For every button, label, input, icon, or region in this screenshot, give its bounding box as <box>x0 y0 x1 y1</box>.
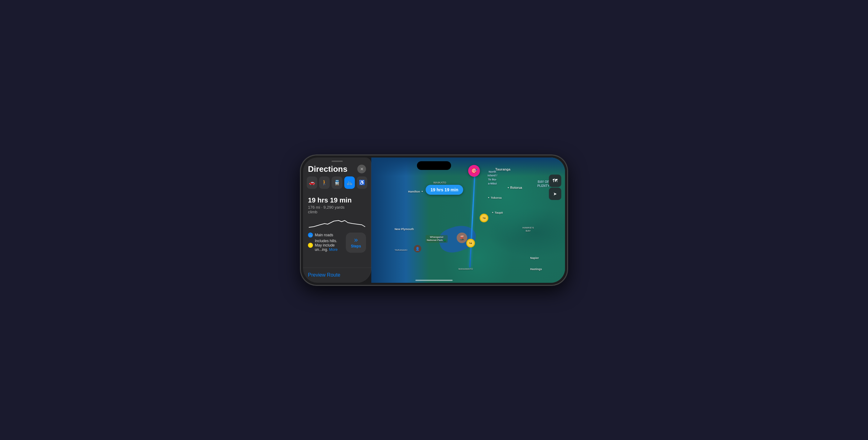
bay-of-plenty-label: BAY OFPLENTY <box>537 180 550 188</box>
map-area[interactable]: 19 hrs 19 min 🎯 ↪ ↪ 🌋 👤 Hamilton ⚬ Taura… <box>371 158 565 283</box>
preview-route-section: Preview Route <box>303 268 371 283</box>
taupo-label: ⚬ Taupō <box>491 211 503 214</box>
rotorua-label: ⚬ Rotorua <box>507 186 522 190</box>
elevation-svg <box>308 218 366 229</box>
close-button[interactable]: ✕ <box>357 165 366 173</box>
bike-icon: 🚲 <box>346 179 353 185</box>
waikato-label: WAIKATO <box>433 181 446 184</box>
elevation-graph <box>308 218 366 229</box>
info-left: 🚲 Main roads ! Includes hills. May inclu… <box>308 233 343 253</box>
destination-icon: 🎯 <box>471 168 477 174</box>
route-type-label: Main roads <box>315 233 333 237</box>
map-ocean-left <box>371 158 429 283</box>
map-ocean-top <box>371 158 565 176</box>
dynamic-island <box>417 161 451 170</box>
route-type-row: 🚲 Main roads <box>308 233 343 238</box>
hamilton-label: Hamilton ⚬ <box>408 190 424 193</box>
bike-route-icon: 🚲 <box>308 233 313 238</box>
map-controls: 🗺 ➤ <box>549 175 561 200</box>
panel-title: Directions <box>308 164 347 174</box>
location-button[interactable]: ➤ <box>549 188 561 200</box>
warning-text: Includes hills. May include un...ing. Mo… <box>315 239 343 252</box>
map-type-icon: 🗺 <box>553 178 558 183</box>
tauranga-label: Tauranga <box>495 167 510 171</box>
taranaki-label: TARANAKI <box>395 249 407 251</box>
hawkes-bay-label: HAWKE'SBAY <box>523 226 534 233</box>
transport-mode-tabs: 🚗 🚶 🚆 🚲 ♿ <box>303 176 371 193</box>
volcano-icon: 🌋 <box>459 235 464 240</box>
home-indicator <box>415 280 453 281</box>
hastings-label: Hastings <box>530 268 542 271</box>
walk-icon: 🚶 <box>321 179 328 185</box>
wheelchair-icon: ♿ <box>359 179 365 185</box>
waypoint-pin-2: ↪ <box>466 239 475 247</box>
location-icon: ➤ <box>553 191 557 196</box>
route-info: 19 hrs 19 min 176 mi · 9,290 yards climb… <box>303 193 371 257</box>
north-island-label: NorthIsland /Te Ika-a-Māui <box>487 170 497 185</box>
info-section: 🚲 Main roads ! Includes hills. May inclu… <box>308 233 366 253</box>
manawatu-label: MANAWATŪ <box>459 268 473 270</box>
tokoroa-label: ⚬ Tokoroa <box>487 196 501 199</box>
more-link[interactable]: More <box>329 247 337 252</box>
panel-handle <box>332 161 343 162</box>
transport-tab-wheelchair[interactable]: ♿ <box>357 176 367 189</box>
directions-panel: Directions ✕ 🚗 🚶 🚆 🚲 ♿ <box>303 158 371 283</box>
transport-tab-transit[interactable]: 🚆 <box>332 176 342 189</box>
steps-label: Steps <box>351 244 361 248</box>
steps-button[interactable]: » Steps <box>346 233 366 253</box>
new-plymouth-label: New Plymouth <box>395 228 414 231</box>
duration-bubble: 19 hrs 19 min <box>426 185 464 195</box>
transit-icon: 🚆 <box>334 179 340 185</box>
small-pin-icon: 👤 <box>415 247 420 251</box>
route-duration: 19 hrs 19 min <box>308 196 366 204</box>
panel-header: Directions ✕ <box>303 164 371 176</box>
destination-pin: 🎯 <box>468 165 480 177</box>
warning-icon: ! <box>308 243 313 248</box>
waypoint-icon-2: ↪ <box>469 241 472 245</box>
route-distance: 176 mi · 9,290 yards climb <box>308 205 366 214</box>
volcano-pin: 🌋 <box>457 233 467 243</box>
napier-label: Napier <box>530 257 539 260</box>
phone-screen: Directions ✕ 🚗 🚶 🚆 🚲 ♿ <box>303 158 565 283</box>
whanganui-label: WhanganuiNational Park 🌲 <box>426 235 448 243</box>
preview-route-button[interactable]: Preview Route <box>308 272 366 278</box>
transport-tab-car[interactable]: 🚗 <box>307 176 317 189</box>
transport-tab-bike[interactable]: 🚲 <box>344 176 355 189</box>
phone-frame: Directions ✕ 🚗 🚶 🚆 🚲 ♿ <box>301 155 567 285</box>
warning-row: ! Includes hills. May include un...ing. … <box>308 239 343 252</box>
car-icon: 🚗 <box>309 179 315 185</box>
transport-tab-walk[interactable]: 🚶 <box>319 176 330 189</box>
waypoint-icon-1: ↪ <box>483 216 486 220</box>
map-type-button[interactable]: 🗺 <box>549 175 561 187</box>
steps-chevron-icon: » <box>354 237 358 243</box>
